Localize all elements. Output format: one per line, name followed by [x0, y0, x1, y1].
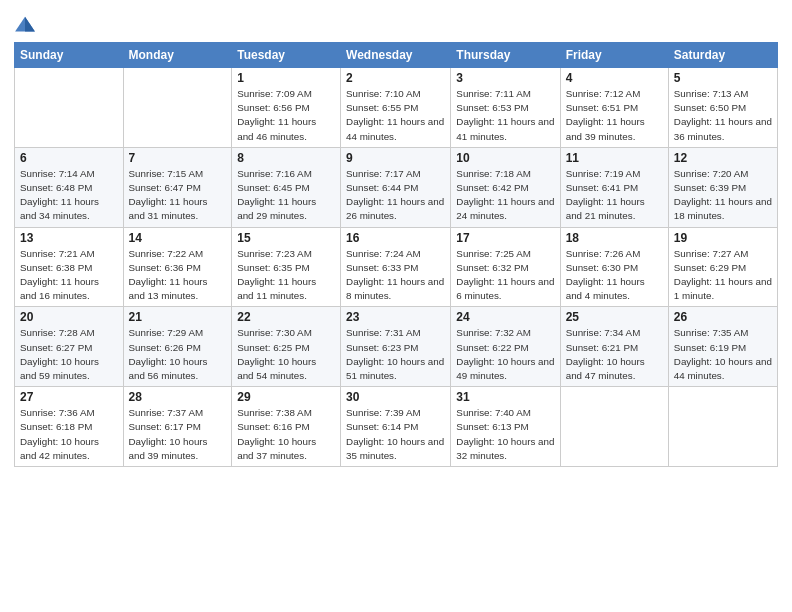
calendar-cell: 10Sunrise: 7:18 AM Sunset: 6:42 PM Dayli… — [451, 147, 560, 227]
day-number: 19 — [674, 231, 772, 245]
calendar-cell: 23Sunrise: 7:31 AM Sunset: 6:23 PM Dayli… — [341, 307, 451, 387]
calendar-cell: 1Sunrise: 7:09 AM Sunset: 6:56 PM Daylig… — [232, 68, 341, 148]
day-info: Sunrise: 7:14 AM Sunset: 6:48 PM Dayligh… — [20, 168, 99, 222]
calendar-cell: 13Sunrise: 7:21 AM Sunset: 6:38 PM Dayli… — [15, 227, 124, 307]
day-number: 14 — [129, 231, 227, 245]
day-number: 18 — [566, 231, 663, 245]
calendar-cell: 27Sunrise: 7:36 AM Sunset: 6:18 PM Dayli… — [15, 387, 124, 467]
day-info: Sunrise: 7:17 AM Sunset: 6:44 PM Dayligh… — [346, 168, 444, 222]
day-info: Sunrise: 7:36 AM Sunset: 6:18 PM Dayligh… — [20, 407, 99, 461]
calendar-cell: 12Sunrise: 7:20 AM Sunset: 6:39 PM Dayli… — [668, 147, 777, 227]
day-number: 17 — [456, 231, 554, 245]
calendar-cell: 6Sunrise: 7:14 AM Sunset: 6:48 PM Daylig… — [15, 147, 124, 227]
day-number: 8 — [237, 151, 335, 165]
calendar-cell: 5Sunrise: 7:13 AM Sunset: 6:50 PM Daylig… — [668, 68, 777, 148]
day-number: 10 — [456, 151, 554, 165]
day-info: Sunrise: 7:35 AM Sunset: 6:19 PM Dayligh… — [674, 327, 772, 381]
day-info: Sunrise: 7:15 AM Sunset: 6:47 PM Dayligh… — [129, 168, 208, 222]
day-info: Sunrise: 7:13 AM Sunset: 6:50 PM Dayligh… — [674, 88, 772, 142]
calendar-cell: 29Sunrise: 7:38 AM Sunset: 6:16 PM Dayli… — [232, 387, 341, 467]
day-info: Sunrise: 7:37 AM Sunset: 6:17 PM Dayligh… — [129, 407, 208, 461]
calendar-cell: 8Sunrise: 7:16 AM Sunset: 6:45 PM Daylig… — [232, 147, 341, 227]
day-info: Sunrise: 7:11 AM Sunset: 6:53 PM Dayligh… — [456, 88, 554, 142]
calendar-cell: 24Sunrise: 7:32 AM Sunset: 6:22 PM Dayli… — [451, 307, 560, 387]
day-number: 9 — [346, 151, 445, 165]
weekday-header: Tuesday — [232, 43, 341, 68]
day-number: 25 — [566, 310, 663, 324]
day-info: Sunrise: 7:20 AM Sunset: 6:39 PM Dayligh… — [674, 168, 772, 222]
logo-icon — [14, 14, 36, 36]
calendar-week-row: 1Sunrise: 7:09 AM Sunset: 6:56 PM Daylig… — [15, 68, 778, 148]
calendar-cell: 20Sunrise: 7:28 AM Sunset: 6:27 PM Dayli… — [15, 307, 124, 387]
day-number: 5 — [674, 71, 772, 85]
calendar-cell: 21Sunrise: 7:29 AM Sunset: 6:26 PM Dayli… — [123, 307, 232, 387]
day-info: Sunrise: 7:32 AM Sunset: 6:22 PM Dayligh… — [456, 327, 554, 381]
day-number: 27 — [20, 390, 118, 404]
day-number: 31 — [456, 390, 554, 404]
calendar-cell: 16Sunrise: 7:24 AM Sunset: 6:33 PM Dayli… — [341, 227, 451, 307]
calendar-cell: 18Sunrise: 7:26 AM Sunset: 6:30 PM Dayli… — [560, 227, 668, 307]
day-info: Sunrise: 7:19 AM Sunset: 6:41 PM Dayligh… — [566, 168, 645, 222]
day-number: 11 — [566, 151, 663, 165]
weekday-header: Sunday — [15, 43, 124, 68]
day-info: Sunrise: 7:30 AM Sunset: 6:25 PM Dayligh… — [237, 327, 316, 381]
calendar-cell — [123, 68, 232, 148]
weekday-header-row: SundayMondayTuesdayWednesdayThursdayFrid… — [15, 43, 778, 68]
calendar-cell: 26Sunrise: 7:35 AM Sunset: 6:19 PM Dayli… — [668, 307, 777, 387]
calendar-cell: 3Sunrise: 7:11 AM Sunset: 6:53 PM Daylig… — [451, 68, 560, 148]
calendar-cell — [15, 68, 124, 148]
weekday-header: Monday — [123, 43, 232, 68]
day-number: 29 — [237, 390, 335, 404]
day-number: 23 — [346, 310, 445, 324]
day-number: 30 — [346, 390, 445, 404]
day-info: Sunrise: 7:09 AM Sunset: 6:56 PM Dayligh… — [237, 88, 316, 142]
calendar-week-row: 13Sunrise: 7:21 AM Sunset: 6:38 PM Dayli… — [15, 227, 778, 307]
calendar-week-row: 20Sunrise: 7:28 AM Sunset: 6:27 PM Dayli… — [15, 307, 778, 387]
day-number: 4 — [566, 71, 663, 85]
day-info: Sunrise: 7:10 AM Sunset: 6:55 PM Dayligh… — [346, 88, 444, 142]
day-info: Sunrise: 7:16 AM Sunset: 6:45 PM Dayligh… — [237, 168, 316, 222]
day-info: Sunrise: 7:24 AM Sunset: 6:33 PM Dayligh… — [346, 248, 444, 302]
calendar-week-row: 27Sunrise: 7:36 AM Sunset: 6:18 PM Dayli… — [15, 387, 778, 467]
day-info: Sunrise: 7:31 AM Sunset: 6:23 PM Dayligh… — [346, 327, 444, 381]
calendar-body: 1Sunrise: 7:09 AM Sunset: 6:56 PM Daylig… — [15, 68, 778, 467]
day-number: 22 — [237, 310, 335, 324]
day-number: 6 — [20, 151, 118, 165]
calendar-page: SundayMondayTuesdayWednesdayThursdayFrid… — [0, 0, 792, 612]
day-info: Sunrise: 7:26 AM Sunset: 6:30 PM Dayligh… — [566, 248, 645, 302]
day-info: Sunrise: 7:39 AM Sunset: 6:14 PM Dayligh… — [346, 407, 444, 461]
calendar-cell: 11Sunrise: 7:19 AM Sunset: 6:41 PM Dayli… — [560, 147, 668, 227]
calendar-cell: 9Sunrise: 7:17 AM Sunset: 6:44 PM Daylig… — [341, 147, 451, 227]
weekday-header: Saturday — [668, 43, 777, 68]
day-info: Sunrise: 7:21 AM Sunset: 6:38 PM Dayligh… — [20, 248, 99, 302]
calendar-table: SundayMondayTuesdayWednesdayThursdayFrid… — [14, 42, 778, 467]
calendar-cell: 4Sunrise: 7:12 AM Sunset: 6:51 PM Daylig… — [560, 68, 668, 148]
calendar-cell: 15Sunrise: 7:23 AM Sunset: 6:35 PM Dayli… — [232, 227, 341, 307]
day-number: 12 — [674, 151, 772, 165]
calendar-cell: 30Sunrise: 7:39 AM Sunset: 6:14 PM Dayli… — [341, 387, 451, 467]
calendar-cell — [668, 387, 777, 467]
weekday-header: Wednesday — [341, 43, 451, 68]
day-number: 16 — [346, 231, 445, 245]
day-info: Sunrise: 7:34 AM Sunset: 6:21 PM Dayligh… — [566, 327, 645, 381]
calendar-cell: 25Sunrise: 7:34 AM Sunset: 6:21 PM Dayli… — [560, 307, 668, 387]
day-info: Sunrise: 7:18 AM Sunset: 6:42 PM Dayligh… — [456, 168, 554, 222]
day-number: 3 — [456, 71, 554, 85]
calendar-cell: 7Sunrise: 7:15 AM Sunset: 6:47 PM Daylig… — [123, 147, 232, 227]
calendar-cell: 31Sunrise: 7:40 AM Sunset: 6:13 PM Dayli… — [451, 387, 560, 467]
day-number: 15 — [237, 231, 335, 245]
day-number: 28 — [129, 390, 227, 404]
day-info: Sunrise: 7:22 AM Sunset: 6:36 PM Dayligh… — [129, 248, 208, 302]
calendar-cell: 28Sunrise: 7:37 AM Sunset: 6:17 PM Dayli… — [123, 387, 232, 467]
day-number: 7 — [129, 151, 227, 165]
day-number: 26 — [674, 310, 772, 324]
day-number: 20 — [20, 310, 118, 324]
logo — [14, 14, 41, 36]
svg-marker-1 — [25, 17, 35, 32]
day-info: Sunrise: 7:38 AM Sunset: 6:16 PM Dayligh… — [237, 407, 316, 461]
calendar-cell: 22Sunrise: 7:30 AM Sunset: 6:25 PM Dayli… — [232, 307, 341, 387]
calendar-cell: 2Sunrise: 7:10 AM Sunset: 6:55 PM Daylig… — [341, 68, 451, 148]
day-info: Sunrise: 7:23 AM Sunset: 6:35 PM Dayligh… — [237, 248, 316, 302]
day-info: Sunrise: 7:12 AM Sunset: 6:51 PM Dayligh… — [566, 88, 645, 142]
page-header — [14, 10, 778, 36]
